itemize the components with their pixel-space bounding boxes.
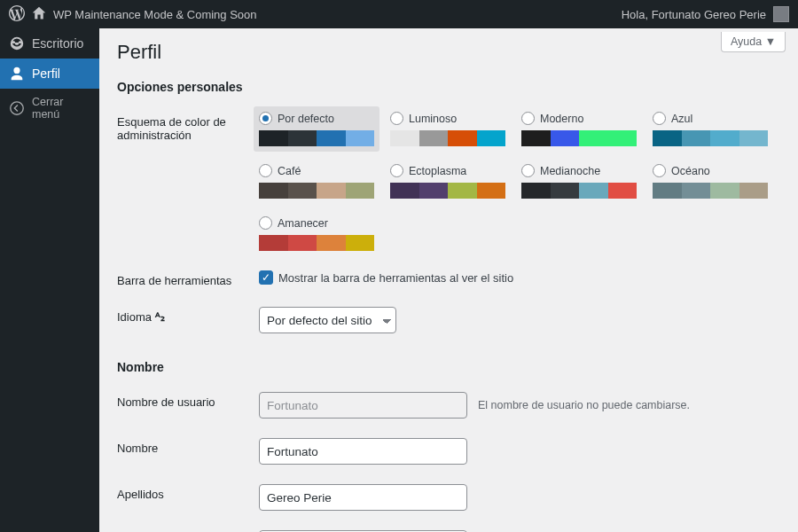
color-swatches bbox=[521, 130, 637, 146]
admin-bar: WP Maintenance Mode & Coming Soon Hola, … bbox=[0, 0, 798, 28]
color-scheme-option[interactable]: Azul bbox=[653, 112, 768, 146]
scheme-label: Ectoplasma bbox=[409, 165, 466, 177]
admin-sidebar: Escritorio Perfil Cerrar menú bbox=[0, 28, 99, 532]
sidebar-item-dashboard[interactable]: Escritorio bbox=[0, 28, 99, 59]
username-description: El nombre de usuario no puede cambiarse. bbox=[478, 399, 690, 411]
avatar bbox=[773, 6, 789, 22]
label-language: Idioma ᴬ₂ bbox=[117, 307, 259, 324]
site-title[interactable]: WP Maintenance Mode & Coming Soon bbox=[53, 8, 257, 21]
color-scheme-option[interactable]: Café bbox=[259, 164, 374, 199]
section-heading-personal: Opciones personales bbox=[117, 80, 780, 94]
dashboard-icon bbox=[9, 35, 25, 51]
username-input bbox=[259, 392, 467, 419]
sidebar-collapse[interactable]: Cerrar menú bbox=[0, 89, 99, 128]
color-swatches bbox=[653, 183, 768, 199]
color-scheme-option[interactable]: Moderno bbox=[521, 112, 637, 146]
label-firstname: Nombre bbox=[117, 438, 259, 455]
color-scheme-option[interactable]: Por defecto bbox=[254, 106, 379, 152]
scheme-label: Azul bbox=[671, 113, 692, 125]
radio-icon bbox=[653, 164, 666, 177]
radio-icon bbox=[259, 216, 272, 230]
color-scheme-option[interactable]: Ectoplasma bbox=[390, 164, 505, 199]
home-icon[interactable] bbox=[32, 6, 46, 23]
radio-icon bbox=[390, 164, 403, 177]
radio-icon bbox=[653, 112, 666, 125]
label-lastname: Apellidos bbox=[117, 484, 259, 501]
page-title: Perfil bbox=[117, 41, 780, 64]
greeting-text: Hola, Fortunato Gereo Perie bbox=[622, 8, 766, 21]
collapse-icon bbox=[9, 100, 25, 116]
color-scheme-option[interactable]: Luminoso bbox=[390, 112, 505, 146]
color-scheme-option[interactable]: Medianoche bbox=[521, 164, 637, 199]
sidebar-item-label: Perfil bbox=[32, 66, 60, 81]
lastname-input[interactable] bbox=[259, 484, 467, 511]
content-area: Ayuda ▼ Perfil Opciones personales Esque… bbox=[99, 28, 798, 532]
translate-icon: ᴬ₂ bbox=[155, 310, 165, 324]
section-heading-name: Nombre bbox=[117, 360, 780, 374]
account-link[interactable]: Hola, Fortunato Gereo Perie bbox=[622, 6, 789, 22]
color-scheme-option[interactable]: Amanecer bbox=[259, 216, 374, 251]
color-swatches bbox=[390, 183, 505, 199]
radio-icon bbox=[390, 112, 403, 125]
color-scheme-grid: Por defectoLuminosoModernoAzulCaféEctopl… bbox=[259, 112, 780, 251]
sidebar-item-label: Cerrar menú bbox=[32, 96, 90, 121]
help-button[interactable]: Ayuda ▼ bbox=[721, 32, 786, 52]
label-color-scheme: Esquema de color de administración bbox=[117, 112, 259, 142]
color-scheme-option[interactable]: Océano bbox=[653, 164, 768, 199]
label-toolbar: Barra de herramientas bbox=[117, 270, 259, 287]
sidebar-item-profile[interactable]: Perfil bbox=[0, 59, 99, 89]
radio-icon bbox=[521, 112, 535, 125]
sidebar-item-label: Escritorio bbox=[32, 36, 83, 51]
svg-point-0 bbox=[11, 102, 23, 114]
toolbar-checkbox-label: Mostrar la barra de herramientas al ver … bbox=[278, 271, 513, 285]
firstname-input[interactable] bbox=[259, 438, 467, 465]
scheme-label: Por defecto bbox=[278, 113, 334, 125]
color-swatches bbox=[653, 130, 768, 146]
color-swatches bbox=[521, 183, 637, 199]
color-swatches bbox=[259, 183, 374, 199]
user-icon bbox=[9, 66, 25, 82]
color-swatches bbox=[259, 130, 374, 146]
radio-icon bbox=[521, 164, 535, 177]
color-swatches bbox=[259, 235, 374, 251]
toolbar-checkbox[interactable] bbox=[259, 270, 273, 285]
scheme-label: Moderno bbox=[540, 113, 583, 125]
label-username: Nombre de usuario bbox=[117, 392, 259, 409]
scheme-label: Luminoso bbox=[409, 113, 457, 125]
wp-logo-icon[interactable] bbox=[9, 5, 25, 24]
scheme-label: Océano bbox=[671, 165, 710, 177]
radio-icon bbox=[259, 112, 272, 125]
scheme-label: Medianoche bbox=[540, 165, 600, 177]
color-swatches bbox=[390, 130, 505, 146]
scheme-label: Café bbox=[278, 165, 301, 177]
scheme-label: Amanecer bbox=[278, 217, 328, 230]
language-select[interactable]: Por defecto del sitio bbox=[259, 307, 396, 333]
radio-icon bbox=[259, 164, 272, 177]
